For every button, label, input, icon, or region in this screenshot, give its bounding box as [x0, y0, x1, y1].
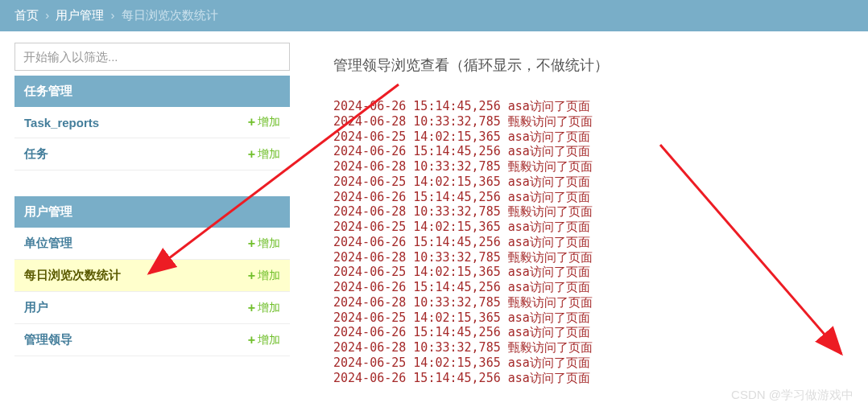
model-row-daily-stats: 每日浏览次数统计 +增加	[14, 260, 290, 292]
main-content: 管理领导浏览查看（循环显示，不做统计） 2024-06-26 15:14:45,…	[298, 31, 868, 393]
log-line: 2024-06-28 10:33:32,785 甄毅访问了页面	[333, 159, 852, 175]
model-link-users[interactable]: 用户	[24, 300, 48, 315]
breadcrumb: 首页 › 用户管理 › 每日浏览次数统计	[0, 0, 868, 31]
model-row-unit-mgmt: 单位管理 +增加	[14, 228, 290, 260]
section-header-tasks: 任务管理	[14, 76, 290, 107]
breadcrumb-home[interactable]: 首页	[14, 8, 39, 22]
log-line: 2024-06-28 10:33:32,785 甄毅访问了页面	[333, 340, 852, 356]
log-line: 2024-06-25 14:02:15,365 asa访问了页面	[333, 175, 852, 190]
model-link-admin-leader[interactable]: 管理领导	[24, 332, 72, 347]
log-line: 2024-06-26 15:14:45,256 asa访问了页面	[333, 371, 852, 386]
add-label: 增加	[258, 301, 280, 315]
model-link-task-reports[interactable]: Task_reports	[24, 116, 99, 129]
page-title: 管理领导浏览查看（循环显示，不做统计）	[333, 55, 852, 75]
sidebar: 任务管理 Task_reports +增加 任务 +增加 用户管理 单位管理 +…	[0, 31, 298, 393]
plus-icon: +	[248, 236, 255, 251]
add-link[interactable]: +增加	[248, 147, 280, 162]
breadcrumb-sep: ›	[45, 8, 49, 22]
log-line: 2024-06-26 15:14:45,256 asa访问了页面	[333, 325, 852, 340]
breadcrumb-sep: ›	[111, 8, 115, 22]
log-line: 2024-06-26 15:14:45,256 asa访问了页面	[333, 190, 852, 205]
model-row-task-reports: Task_reports +增加	[14, 107, 290, 138]
add-link[interactable]: +增加	[248, 115, 280, 129]
plus-icon: +	[248, 147, 255, 162]
plus-icon: +	[248, 301, 255, 315]
log-line: 2024-06-25 14:02:15,365 asa访问了页面	[333, 265, 852, 280]
add-link[interactable]: +增加	[248, 333, 280, 347]
breadcrumb-current: 每日浏览次数统计	[122, 8, 218, 22]
log-line: 2024-06-28 10:33:32,785 甄毅访问了页面	[333, 250, 852, 265]
log-line: 2024-06-26 15:14:45,256 asa访问了页面	[333, 99, 852, 114]
breadcrumb-section[interactable]: 用户管理	[56, 8, 104, 22]
model-row-admin-leader: 管理领导 +增加	[14, 324, 290, 356]
log-line: 2024-06-28 10:33:32,785 甄毅访问了页面	[333, 204, 852, 220]
add-label: 增加	[258, 269, 280, 283]
log-line: 2024-06-25 14:02:15,365 asa访问了页面	[333, 310, 852, 326]
model-link-tasks[interactable]: 任务	[24, 146, 48, 162]
log-line: 2024-06-25 14:02:15,365 asa访问了页面	[333, 356, 852, 371]
model-row-users: 用户 +增加	[14, 292, 290, 324]
watermark: CSDN @学习做游戏中	[731, 388, 854, 403]
plus-icon: +	[248, 269, 255, 283]
log-line: 2024-06-28 10:33:32,785 甄毅访问了页面	[333, 114, 852, 129]
section-header-users: 用户管理	[14, 196, 290, 228]
add-link[interactable]: +增加	[248, 236, 280, 251]
log-line: 2024-06-28 10:33:32,785 甄毅访问了页面	[333, 295, 852, 310]
add-label: 增加	[258, 236, 280, 251]
model-link-daily-stats[interactable]: 每日浏览次数统计	[24, 268, 121, 283]
plus-icon: +	[248, 333, 255, 347]
add-link[interactable]: +增加	[248, 301, 280, 315]
log-line: 2024-06-26 15:14:45,256 asa访问了页面	[333, 280, 852, 295]
log-box: 2024-06-26 15:14:45,256 asa访问了页面2024-06-…	[333, 99, 852, 385]
model-link-unit-mgmt[interactable]: 单位管理	[24, 236, 72, 251]
log-line: 2024-06-26 15:14:45,256 asa访问了页面	[333, 235, 852, 250]
add-label: 增加	[258, 115, 280, 129]
add-label: 增加	[258, 147, 280, 162]
model-row-tasks: 任务 +增加	[14, 138, 290, 171]
log-line: 2024-06-26 15:14:45,256 asa访问了页面	[333, 144, 852, 159]
log-line: 2024-06-25 14:02:15,365 asa访问了页面	[333, 129, 852, 145]
add-link[interactable]: +增加	[248, 269, 280, 283]
filter-input[interactable]	[14, 43, 290, 71]
log-line: 2024-06-25 14:02:15,365 asa访问了页面	[333, 220, 852, 235]
plus-icon: +	[248, 115, 255, 129]
add-label: 增加	[258, 333, 280, 347]
